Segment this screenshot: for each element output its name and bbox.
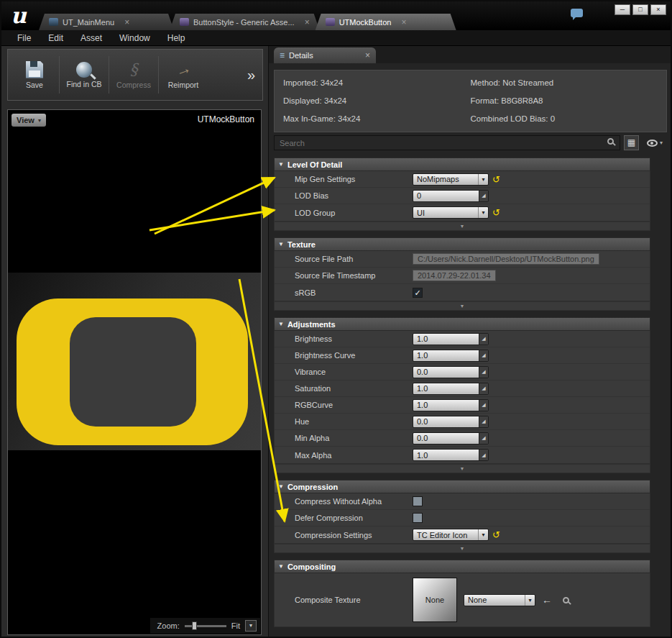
zoom-slider-handle[interactable]: [192, 621, 197, 630]
defer-compression-checkbox[interactable]: [413, 513, 423, 523]
search-input[interactable]: [274, 135, 620, 150]
reset-to-default-icon[interactable]: ↺: [492, 175, 500, 184]
spinner-grip-icon[interactable]: ◢: [479, 383, 488, 394]
details-tab-close-icon[interactable]: ×: [365, 50, 370, 60]
lod-bias-spinbox[interactable]: 0 ◢: [413, 190, 489, 202]
asset-tab-icon: [180, 18, 189, 26]
collapse-triangle-icon: ▼: [278, 483, 284, 490]
section-header-compositing[interactable]: ▼ Compositing: [274, 560, 650, 573]
spinner-grip-icon[interactable]: ◢: [479, 416, 488, 427]
view-menu-button[interactable]: View ▾: [11, 114, 46, 127]
texture-viewport[interactable]: View ▾ UTMockButton Zoom: Fit ▾: [7, 109, 262, 635]
tab-utmockbutton[interactable]: UTMockButton ×: [316, 14, 456, 30]
min-alpha-spinbox[interactable]: 0.0◢: [413, 432, 489, 445]
menu-asset[interactable]: Asset: [72, 30, 111, 45]
compression-settings-dropdown[interactable]: TC Editor Icon ▾: [413, 529, 489, 541]
property-matrix-button[interactable]: ▦: [624, 135, 639, 150]
max-alpha-spinbox[interactable]: 1.0◢: [413, 449, 489, 461]
brightness-curve-spinbox[interactable]: 1.0◢: [413, 350, 489, 362]
collapse-triangle-icon: ▼: [278, 241, 284, 247]
reimport-arrow-icon: →: [173, 58, 194, 80]
reimport-button[interactable]: → Reimport: [161, 53, 206, 96]
tab-close-icon[interactable]: ×: [305, 17, 310, 27]
property-row: Hue 0.0◢: [275, 414, 650, 430]
maximize-button[interactable]: □: [632, 4, 648, 15]
property-sections: ▼ Level Of Detail Mip Gen Settings NoMip…: [274, 158, 650, 627]
brightness-spinbox[interactable]: 1.0◢: [413, 333, 489, 345]
reset-to-default-icon[interactable]: ↺: [492, 208, 500, 217]
ue4-texture-editor-window: u UT_MainMenu × ButtonStyle - Generic As…: [0, 0, 672, 638]
info-imported: Imported: 34x24: [283, 74, 471, 92]
compress-without-alpha-checkbox[interactable]: [413, 496, 423, 506]
spinner-grip-icon[interactable]: ◢: [479, 191, 488, 201]
section-body: Brightness 1.0◢ Brightness Curve 1.0◢ Vi…: [274, 331, 650, 464]
section-compression: ▼ Compression Compress Without Alpha Def…: [274, 480, 650, 553]
reset-to-default-icon[interactable]: ↺: [492, 530, 500, 539]
menu-help[interactable]: Help: [159, 30, 194, 45]
details-panel: ≡ Details × Imported: 34x24 Method: Not …: [268, 46, 672, 638]
section-expander[interactable]: ▼: [274, 544, 650, 553]
toolbar-separator: [59, 56, 60, 94]
section-level-of-detail: ▼ Level Of Detail Mip Gen Settings NoMip…: [274, 158, 650, 231]
section-expander[interactable]: ▼: [274, 222, 650, 231]
menu-file[interactable]: File: [9, 30, 40, 45]
spinner-grip-icon[interactable]: ◢: [479, 433, 488, 444]
zoom-slider-track: [185, 625, 226, 627]
toolbar-separator: [109, 56, 109, 94]
menu-edit[interactable]: Edit: [40, 30, 72, 45]
rgbcurve-spinbox[interactable]: 1.0◢: [413, 399, 489, 411]
window-controls: ─ □ ×: [615, 4, 666, 15]
details-tab[interactable]: ≡ Details ×: [274, 47, 376, 63]
property-row: LOD Bias 0 ◢: [275, 188, 650, 204]
hue-spinbox[interactable]: 0.0◢: [413, 416, 489, 428]
section-body: Source File Path C:/Users/Nick.Darnell/D…: [274, 251, 650, 301]
collapse-triangle-icon: ▼: [278, 563, 284, 570]
vibrance-spinbox[interactable]: 0.0◢: [413, 366, 489, 378]
spinner-grip-icon[interactable]: ◢: [479, 367, 488, 378]
toolbar-separator: [158, 56, 159, 94]
section-expander[interactable]: ▼: [274, 464, 650, 473]
save-button[interactable]: Save: [12, 53, 57, 96]
tab-label: ButtonStyle - Generic Asse...: [193, 18, 295, 27]
saturation-spinbox[interactable]: 1.0◢: [413, 383, 489, 395]
menubar: File Edit Asset Window Help: [1, 30, 671, 46]
tab-close-icon[interactable]: ×: [401, 17, 406, 27]
section-header-level-of-detail[interactable]: ▼ Level Of Detail: [274, 158, 650, 171]
spinner-grip-icon[interactable]: ◢: [479, 350, 488, 361]
view-options-button[interactable]: ▾: [643, 135, 667, 150]
tab-buttonstyle[interactable]: ButtonStyle - Generic Asse... ×: [170, 14, 320, 30]
srgb-checkbox[interactable]: ✓: [413, 288, 423, 298]
fit-dropdown[interactable]: ▾: [245, 620, 257, 632]
section-expander[interactable]: ▼: [274, 301, 650, 311]
property-row: Max Alpha 1.0◢: [275, 447, 650, 463]
section-compositing: ▼ Compositing Composite Texture None Non…: [274, 560, 650, 627]
zoom-slider[interactable]: [185, 621, 226, 630]
mip-gen-settings-dropdown[interactable]: NoMipmaps ▾: [413, 173, 489, 186]
spinner-grip-icon[interactable]: ◢: [479, 334, 488, 345]
chat-icon[interactable]: [571, 9, 583, 17]
toolbar-overflow-chevron[interactable]: »: [244, 67, 258, 83]
spinner-grip-icon[interactable]: ◢: [479, 400, 488, 411]
browse-to-asset-icon[interactable]: [563, 597, 569, 603]
section-header-compression[interactable]: ▼ Compression: [274, 480, 650, 493]
browser-magnifier-icon: [76, 62, 92, 78]
chevron-down-icon: ▾: [478, 174, 488, 185]
tab-close-icon[interactable]: ×: [124, 17, 129, 27]
close-button[interactable]: ×: [650, 4, 666, 15]
section-header-texture[interactable]: ▼ Texture: [274, 237, 650, 251]
fit-label: Fit: [231, 621, 240, 630]
tab-ut-mainmenu[interactable]: UT_MainMenu ×: [39, 14, 174, 30]
spinner-grip-icon[interactable]: ◢: [479, 450, 488, 460]
section-header-adjustments[interactable]: ▼ Adjustments: [274, 317, 650, 331]
property-row: Compress Without Alpha: [275, 493, 650, 510]
lod-group-dropdown[interactable]: UI ▾: [413, 206, 489, 219]
minimize-button[interactable]: ─: [615, 4, 630, 15]
find-in-cb-button[interactable]: Find in CB: [62, 53, 106, 96]
compress-button[interactable]: § Compress: [111, 53, 156, 96]
menu-window[interactable]: Window: [111, 30, 159, 45]
search-row: ▦ ▾: [274, 135, 667, 150]
property-row: RGBCurve 1.0◢: [275, 397, 650, 414]
use-selected-asset-icon[interactable]: ←: [542, 594, 552, 606]
composite-texture-dropdown[interactable]: None ▾: [464, 594, 535, 606]
property-row: Vibrance 0.0◢: [275, 364, 650, 380]
